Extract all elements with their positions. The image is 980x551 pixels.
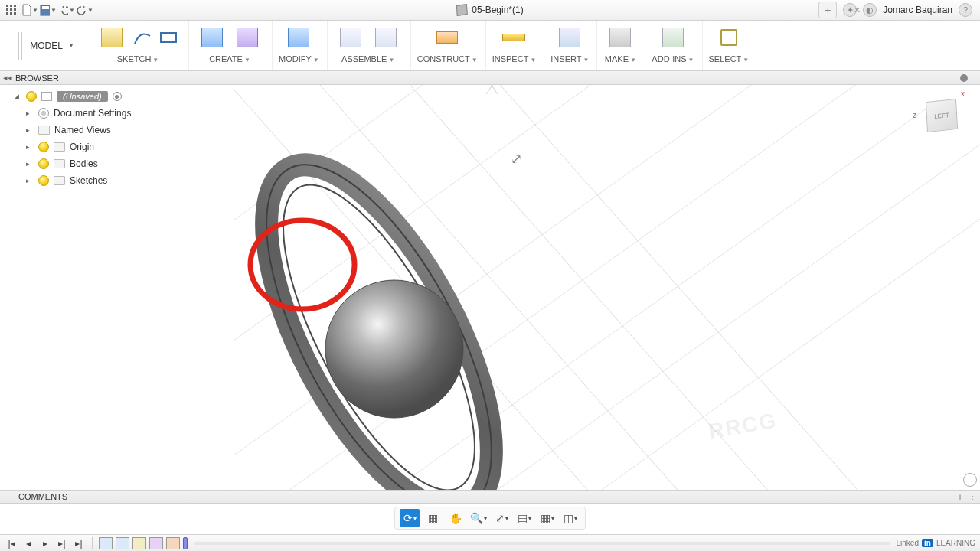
expand-icon[interactable]: ▸	[26, 160, 34, 168]
nav-orbit-icon[interactable]: ⟳▾	[400, 509, 420, 527]
browser-grip-icon[interactable]: ⋮	[971, 73, 978, 83]
folder-icon	[54, 176, 65, 185]
viewport-canvas[interactable]: ⤢ z x LEFT RRCG RRCG	[234, 85, 980, 490]
timeline-feature-sketch[interactable]	[116, 537, 129, 549]
gear-icon	[38, 108, 49, 119]
browser-pin-icon[interactable]	[960, 74, 968, 82]
ribbon-label-sketch[interactable]: SKETCH▼	[117, 53, 159, 67]
new-tab-button[interactable]: +	[818, 2, 837, 18]
svg-line-12	[234, 85, 815, 483]
assemble-asbuilt-icon[interactable]	[369, 22, 403, 53]
timeline-marker[interactable]	[183, 537, 188, 549]
svg-rect-7	[10, 12, 12, 15]
browser-collapse-icon[interactable]: ◂◂	[0, 73, 15, 83]
ribbon-label-modify[interactable]: MODIFY▼	[279, 53, 319, 67]
nav-fit-icon[interactable]: ⤢▾	[492, 509, 511, 527]
browser-item-label: Named Views	[54, 125, 111, 135]
nav-display-icon[interactable]: ▤▾	[514, 509, 534, 527]
ribbon-handle-icon	[18, 32, 22, 60]
addins-scripts-icon[interactable]	[656, 22, 690, 53]
make-print-icon[interactable]	[603, 22, 637, 53]
job-status-icon[interactable]: ◐	[863, 3, 877, 17]
timeline-feature-extrude[interactable]	[132, 537, 146, 549]
user-name[interactable]: Jomarc Baquiran	[883, 5, 952, 15]
sketch-line-icon[interactable]	[130, 22, 155, 53]
root-name: (Unsaved)	[57, 91, 108, 102]
expand-icon[interactable]: ▸	[26, 143, 34, 151]
comments-grip-icon[interactable]: ⋮	[969, 492, 977, 502]
browser-item-sketches[interactable]: ▸ Sketches	[0, 172, 234, 189]
display-settings-icon[interactable]	[963, 473, 977, 487]
sketch-rectangle-icon[interactable]	[156, 22, 181, 53]
timeline-track[interactable]	[194, 542, 890, 545]
ribbon-label-make[interactable]: MAKE▼	[605, 53, 636, 67]
ribbon-label-insert[interactable]: INSERT▼	[550, 53, 589, 67]
sketch-create-icon[interactable]	[95, 22, 129, 53]
record-icon[interactable]	[113, 92, 122, 101]
nav-lookat-icon[interactable]: ▦	[423, 509, 443, 527]
timeline-feature-sphere[interactable]	[166, 537, 180, 549]
lightbulb-icon[interactable]	[38, 158, 49, 169]
ribbon-label-select[interactable]: SELECT▼	[709, 53, 750, 67]
ribbon-group-assemble: ASSEMBLE▼	[331, 21, 411, 70]
lightbulb-icon[interactable]	[38, 142, 49, 152]
nav-grid-icon[interactable]: ▦▾	[537, 509, 557, 527]
undo-icon[interactable]: ▼	[58, 2, 75, 18]
modify-presspull-icon[interactable]	[282, 22, 315, 53]
redo-icon[interactable]: ▼	[77, 2, 93, 18]
browser-item-label: Origin	[70, 142, 94, 152]
ribbon-group-create: CREATE▼	[192, 21, 273, 70]
create-revolve-icon[interactable]	[230, 22, 264, 53]
browser-item-bodies[interactable]: ▸ Bodies	[0, 155, 234, 172]
expand-icon[interactable]: ◢	[14, 93, 21, 100]
ribbon-label-addins[interactable]: ADD-INS▼	[652, 53, 694, 67]
timeline-feature-sketch[interactable]	[99, 537, 113, 549]
browser-panel: ◢ (Unsaved) ▸ Document Settings ▸ Named …	[0, 85, 234, 490]
nav-zoom-icon[interactable]: 🔍▾	[469, 509, 488, 527]
folder-icon	[54, 142, 65, 152]
timeline-feature-revolve[interactable]	[149, 537, 163, 549]
svg-rect-11	[161, 33, 176, 42]
timeline-play-icon[interactable]: ▸	[38, 536, 52, 550]
browser-item-named-views[interactable]: ▸ Named Views	[0, 122, 234, 139]
timeline-go-start-icon[interactable]: |◂	[5, 536, 18, 550]
expand-icon[interactable]: ▸	[26, 126, 34, 134]
svg-point-28	[325, 280, 463, 418]
svg-rect-2	[14, 5, 16, 7]
browser-item-origin[interactable]: ▸ Origin	[0, 139, 234, 155]
expand-icon[interactable]: ▸	[26, 109, 34, 117]
nav-pan-icon[interactable]: ✋	[446, 509, 466, 527]
nav-viewports-icon[interactable]: ◫▾	[560, 509, 580, 527]
document-title: 05-Begin*(1)	[472, 5, 523, 15]
viewcube[interactable]: z x LEFT	[913, 90, 966, 143]
add-comment-icon[interactable]: ＋	[955, 491, 965, 502]
folder-icon	[38, 126, 50, 135]
file-menu-icon[interactable]: ▼	[21, 2, 38, 18]
browser-root[interactable]: ◢ (Unsaved)	[0, 88, 234, 105]
timeline-go-end-icon[interactable]: ▸|	[72, 536, 86, 550]
tab-close-icon[interactable]: ×	[854, 4, 861, 16]
svg-rect-3	[6, 8, 8, 11]
browser-item-doc-settings[interactable]: ▸ Document Settings	[0, 105, 234, 122]
save-icon[interactable]: ▼	[40, 2, 57, 18]
viewcube-face[interactable]: LEFT	[926, 99, 958, 132]
ribbon-group-select: SELECT▼	[706, 21, 753, 70]
lightbulb-icon[interactable]	[26, 91, 37, 102]
app-grid-icon[interactable]	[3, 2, 20, 18]
assemble-joint-icon[interactable]	[334, 22, 368, 53]
lightbulb-icon[interactable]	[38, 175, 49, 186]
timeline-step-fwd-icon[interactable]: ▸|	[55, 536, 69, 550]
ribbon-label-create[interactable]: CREATE▼	[209, 53, 250, 67]
select-tool-icon[interactable]	[712, 22, 746, 53]
timeline-step-back-icon[interactable]: ◂	[21, 536, 35, 550]
browser-item-label: Document Settings	[54, 108, 131, 119]
help-icon[interactable]: ?	[959, 3, 972, 17]
expand-icon[interactable]: ▸	[26, 177, 34, 184]
viewcube-axis-z: z	[913, 111, 916, 119]
workspace-switcher[interactable]: MODEL ▼	[0, 21, 92, 70]
svg-rect-1	[10, 5, 12, 7]
ribbon-label-assemble[interactable]: ASSEMBLE▼	[341, 53, 394, 67]
create-extrude-icon[interactable]	[195, 22, 229, 53]
browser-item-label: Bodies	[70, 158, 98, 169]
insert-decal-icon[interactable]	[553, 22, 586, 53]
